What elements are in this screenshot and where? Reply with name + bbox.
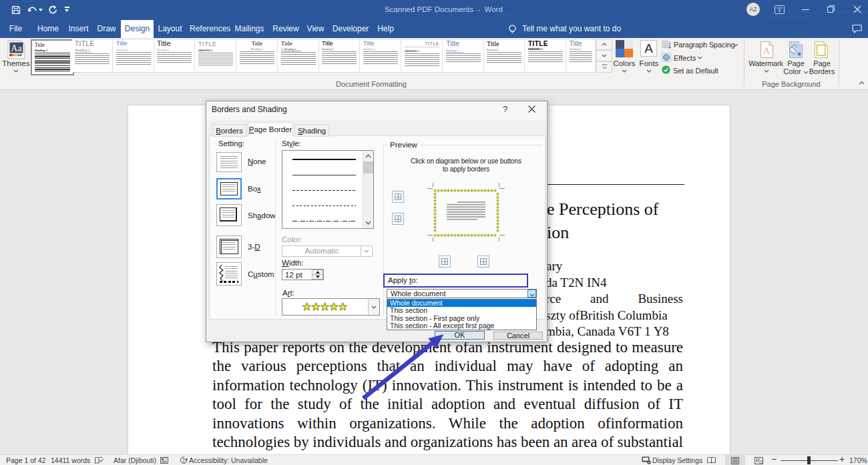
svg-text:A: A (763, 45, 771, 56)
svg-text:Aa: Aa (11, 43, 22, 53)
